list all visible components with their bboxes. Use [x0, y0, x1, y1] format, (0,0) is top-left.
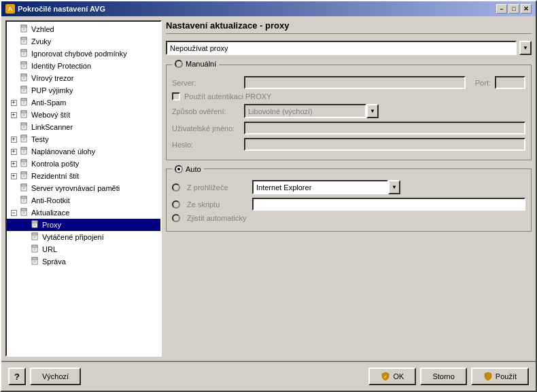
tree-item-naplanovane[interactable]: + Naplánované úlohy [7, 145, 160, 158]
svg-rect-73 [32, 245, 37, 247]
proxy-combo-box[interactable]: Nepoužívat proxy [166, 41, 517, 55]
default-button[interactable]: Výchozí [30, 368, 81, 385]
autodetect-radio[interactable] [172, 214, 180, 222]
browser-combo-value: Internet Explorer [252, 180, 388, 194]
page-icon [20, 147, 29, 156]
username-input[interactable] [244, 122, 525, 135]
method-combo[interactable]: Libovolné (výchozí) ▼ [244, 104, 379, 118]
content-area: Vzhled Zvuky Ignorovat chybové podmínky [1, 16, 536, 361]
tree-item-linkscanner[interactable]: LinkScanner [7, 121, 160, 133]
tree-icon-aktualizace [19, 207, 30, 218]
tree-spacer [8, 195, 19, 206]
tree-label-server: Server vyrovnávací paměti [31, 184, 120, 192]
tree-item-vzhled[interactable]: Vzhled [7, 23, 160, 35]
server-row: Server: Port: 3128 [172, 76, 525, 89]
auto-radio[interactable] [175, 165, 183, 173]
tree-expander-testy[interactable]: + [8, 134, 19, 145]
username-row: Uživatelské jméno: [172, 122, 525, 135]
help-button[interactable]: ? [8, 368, 26, 385]
expander-box: + [11, 173, 17, 179]
tree-item-url[interactable]: URL [7, 243, 160, 255]
tree-item-pup[interactable]: PUP výjimky [7, 84, 160, 96]
tree-icon-antispam [19, 97, 30, 108]
manual-radio[interactable] [175, 60, 183, 68]
browser-combo-arrow[interactable]: ▼ [388, 180, 400, 194]
minimize-button[interactable]: – [496, 4, 507, 14]
tree-icon-url [30, 244, 41, 255]
svg-text:✓: ✓ [383, 374, 387, 379]
tree-item-aktualizace[interactable]: − Aktualizace [7, 207, 160, 219]
tree-expander-rezidentni[interactable]: + [8, 171, 19, 181]
tree-panel[interactable]: Vzhled Zvuky Ignorovat chybové podmínky [5, 20, 162, 357]
tree-expander-webovy[interactable]: + [8, 109, 19, 120]
tree-item-virovy[interactable]: Vírový trezor [7, 72, 160, 84]
tree-icon-kontrola [19, 158, 30, 169]
tree-expander-antispam[interactable]: + [8, 97, 19, 108]
browser-combo[interactable]: Internet Explorer ▼ [252, 180, 400, 194]
tree-item-server[interactable]: Server vyrovnávací paměti [7, 182, 160, 194]
shield-ok-icon: ✓ [381, 372, 390, 381]
footer: ? Výchozí ✓ OK Storno Použít [1, 361, 536, 391]
cancel-button[interactable]: Storno [420, 368, 466, 385]
tree-item-rezidentni[interactable]: + Rezidentní štít [7, 170, 160, 182]
maximize-button[interactable]: □ [508, 4, 519, 14]
svg-rect-69 [32, 233, 37, 235]
svg-rect-49 [21, 172, 27, 174]
apply-label: Použít [496, 372, 517, 380]
right-panel: Nastavení aktualizace - proxy Nepoužívat… [166, 20, 532, 357]
script-radio[interactable] [172, 200, 180, 209]
port-input[interactable]: 3128 [495, 76, 525, 89]
tree-expander-kontrola[interactable]: + [8, 158, 19, 169]
browser-radio[interactable] [172, 183, 180, 192]
tree-item-identity[interactable]: Identity Protection [7, 60, 160, 72]
expander-box: + [11, 149, 17, 155]
tree-item-kontrola[interactable]: + Kontrola pošty [7, 158, 160, 170]
svg-rect-57 [21, 196, 27, 198]
page-icon [20, 24, 29, 34]
method-combo-arrow[interactable]: ▼ [366, 104, 379, 118]
ok-button[interactable]: ✓ OK [368, 368, 416, 385]
script-input[interactable] [252, 198, 525, 211]
app-icon: A [5, 4, 15, 14]
tree-item-testy[interactable]: + Testy [7, 133, 160, 145]
page-icon [20, 37, 29, 46]
page-icon [20, 208, 29, 217]
tree-item-proxy[interactable]: Proxy [7, 219, 160, 231]
tree-label-pup: PUP výjimky [31, 86, 73, 94]
tree-label-ignorovat: Ignorovat chybové podmínky [31, 50, 127, 58]
server-input[interactable] [244, 76, 466, 89]
tree-item-webovy[interactable]: + Webový štít [7, 109, 160, 121]
tree-item-antirootkit[interactable]: Anti-Rootkit [7, 194, 160, 207]
tree-item-ignorovat[interactable]: Ignorovat chybové podmínky [7, 48, 160, 60]
tree-item-zvuky[interactable]: Zvuky [7, 35, 160, 48]
page-icon [20, 159, 29, 168]
tree-item-vytacene[interactable]: Vytáčené připojení [7, 231, 160, 243]
page-icon [20, 171, 29, 181]
tree-item-sprava[interactable]: Správa [7, 255, 160, 268]
expander-box: − [11, 210, 17, 216]
tree-label-sprava: Správa [42, 257, 66, 266]
page-icon [20, 196, 29, 205]
autodetect-row: Zjistit automaticky [172, 214, 525, 222]
auth-checkbox[interactable] [172, 92, 180, 101]
manual-group-label: Manuální [172, 60, 219, 69]
tree-label-identity: Identity Protection [31, 62, 91, 70]
tree-item-antispam[interactable]: + Anti-Spam [7, 96, 160, 109]
proxy-combo-arrow[interactable]: ▼ [519, 41, 532, 55]
tree-expander-naplanovane[interactable]: + [8, 146, 19, 157]
password-input[interactable] [244, 138, 525, 151]
tree-spacer [8, 36, 19, 47]
browser-row: Z prohlížeče Internet Explorer ▼ [172, 180, 525, 194]
svg-rect-1 [21, 25, 27, 27]
close-button[interactable]: ✕ [521, 4, 532, 14]
tree-label-linkscanner: LinkScanner [31, 123, 73, 131]
tree-icon-antirootkit [19, 195, 30, 206]
tree-icon-sprava [30, 256, 41, 267]
tree-spacer [8, 122, 19, 132]
svg-rect-25 [21, 99, 27, 101]
apply-button[interactable]: Použít [471, 368, 529, 385]
page-icon [20, 61, 29, 71]
tree-spacer [8, 73, 19, 84]
tree-expander-aktualizace[interactable]: − [8, 207, 19, 218]
tree-label-kontrola: Kontrola pošty [31, 160, 79, 168]
